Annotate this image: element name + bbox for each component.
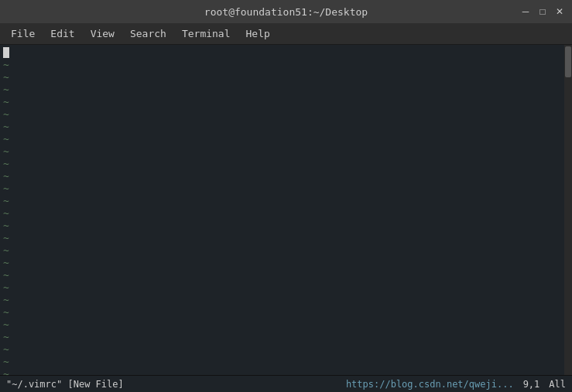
tilde-line: ~ — [3, 145, 561, 158]
tilde-line: ~ — [3, 195, 561, 207]
tilde-line: ~ — [3, 59, 561, 71]
minimize-button[interactable]: ─ — [519, 5, 532, 18]
tilde-line: ~ — [3, 71, 561, 84]
scrollbar[interactable] — [564, 45, 572, 375]
tilde-line: ~ — [3, 281, 561, 294]
tilde-line: ~ — [3, 121, 561, 133]
tilde-line: ~ — [3, 84, 561, 96]
status-line-col: 9,1 — [523, 379, 540, 390]
tilde-line: ~ — [3, 331, 561, 343]
tilde-line: ~ — [3, 170, 561, 182]
tilde-line: ~ — [3, 244, 561, 257]
tilde-line: ~ — [3, 269, 561, 281]
tilde-line: ~ — [3, 133, 561, 145]
window-controls: ─ □ ✕ — [519, 5, 566, 18]
cursor — [3, 47, 9, 58]
editor-area[interactable]: ~ ~ ~ ~ ~ ~ ~ ~ ~ ~ ~ ~ ~ ~ ~ ~ ~ ~ ~ ~ … — [0, 45, 572, 375]
title-bar: root@foundation51:~/Desktop ─ □ ✕ — [0, 0, 572, 23]
status-bar: "~/.vimrc" [New File] https://blog.csdn.… — [0, 375, 572, 392]
menu-view[interactable]: View — [83, 25, 122, 43]
tilde-line: ~ — [3, 232, 561, 244]
status-filename: "~/.vimrc" [New File] — [6, 379, 124, 390]
close-button[interactable]: ✕ — [553, 5, 566, 18]
tilde-line: ~ — [3, 368, 561, 375]
tilde-line: ~ — [3, 356, 561, 368]
tilde-line: ~ — [3, 207, 561, 220]
editor-line-1 — [3, 46, 561, 59]
status-url: https://blog.csdn.net/qweji... — [346, 379, 514, 390]
maximize-button[interactable]: □ — [536, 5, 549, 18]
menu-help[interactable]: Help — [238, 25, 278, 43]
title-text: root@foundation51:~/Desktop — [53, 6, 519, 18]
menu-file[interactable]: File — [3, 25, 43, 43]
menu-search[interactable]: Search — [122, 25, 174, 43]
menu-terminal[interactable]: Terminal — [174, 25, 238, 43]
tilde-line: ~ — [3, 182, 561, 195]
tilde-line: ~ — [3, 220, 561, 232]
tilde-line: ~ — [3, 108, 561, 121]
menu-bar: File Edit View Search Terminal Help — [0, 23, 572, 45]
status-right: https://blog.csdn.net/qweji... 9,1 All — [346, 379, 566, 390]
tilde-line: ~ — [3, 306, 561, 319]
tilde-line: ~ — [3, 343, 561, 356]
menu-edit[interactable]: Edit — [43, 25, 82, 43]
tilde-line: ~ — [3, 294, 561, 306]
tilde-line: ~ — [3, 319, 561, 331]
tilde-line: ~ — [3, 96, 561, 108]
tilde-line: ~ — [3, 257, 561, 269]
editor-content[interactable]: ~ ~ ~ ~ ~ ~ ~ ~ ~ ~ ~ ~ ~ ~ ~ ~ ~ ~ ~ ~ … — [0, 45, 564, 375]
status-position: All — [549, 379, 566, 390]
tilde-line: ~ — [3, 158, 561, 170]
app-window: root@foundation51:~/Desktop ─ □ ✕ File E… — [0, 0, 572, 392]
scrollbar-thumb[interactable] — [565, 46, 571, 77]
